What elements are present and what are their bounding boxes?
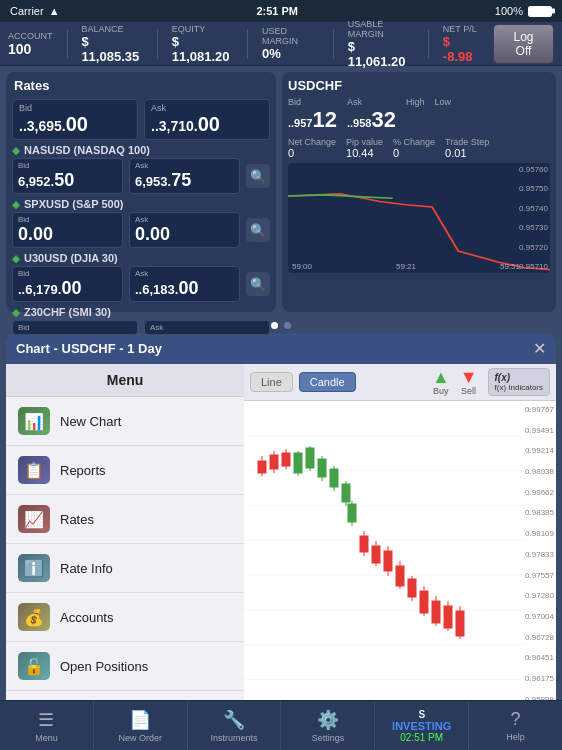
- chart-toolbar: Line Candle ▲ Buy ▼ Sell f(x) f(x) Indic…: [244, 364, 556, 401]
- search-icon-button[interactable]: 🔍: [246, 164, 270, 188]
- chart-panel-body: Menu 📊 New Chart 📋 Reports 📈 Rates ℹ️ Ra…: [6, 364, 556, 744]
- menu-item-icon: 🔓: [18, 652, 50, 680]
- usdchf-top: Bid ..95712 Ask ..95832 High Low: [288, 97, 550, 133]
- menu-item-label: Rates: [60, 512, 94, 527]
- chart-x-axis: 59:00 59:21 59:51: [292, 262, 520, 271]
- menu-item-rates[interactable]: 📈 Rates: [6, 495, 244, 544]
- menu-item-open-positions[interactable]: 🔓 Open Positions: [6, 642, 244, 691]
- svg-rect-17: [372, 546, 380, 563]
- bid-ask-row: Bid Ask: [12, 320, 270, 335]
- usdchf-high-col: High: [406, 97, 425, 133]
- bid-ask-row: Bid ..6,179.00 Ask ..6,183.00 🔍: [12, 266, 270, 302]
- menu-item-icon: 📊: [18, 407, 50, 435]
- instruments-button[interactable]: 🔧 Instruments: [188, 701, 282, 750]
- menu-item-label: Open Positions: [60, 659, 148, 674]
- main-area: Rates Bid ..3,695.00 Ask ..3,710.00 ◆ NA…: [0, 66, 562, 318]
- usdchf-bid-value: ..95712: [288, 107, 337, 133]
- svg-rect-35: [306, 448, 314, 468]
- instrument-name: ◆ U30USD (DJIA 30): [12, 252, 270, 264]
- usdchf-mini-chart: 0.95760 0.95750 0.95740 0.95730 0.95720 …: [288, 163, 550, 273]
- instrument-ask-box: Ask 0.00: [129, 212, 240, 248]
- ask-value: ..3,710.00: [151, 113, 263, 136]
- indicators-button[interactable]: f(x) f(x) Indicators: [488, 368, 550, 396]
- battery-icon: [528, 6, 552, 17]
- menu-item-icon: 💰: [18, 603, 50, 631]
- menu-items-list: 📊 New Chart 📋 Reports 📈 Rates ℹ️ Rate In…: [6, 397, 244, 744]
- investing-button[interactable]: S INVESTING 02:51 PM: [375, 701, 469, 750]
- sell-button[interactable]: ▼ Sell: [460, 368, 478, 396]
- investing-brand: S INVESTING 02:51 PM: [392, 709, 451, 743]
- svg-rect-15: [360, 536, 368, 552]
- search-icon-button[interactable]: 🔍: [246, 218, 270, 242]
- dot-2: [284, 322, 291, 329]
- tab-line[interactable]: Line: [250, 372, 293, 392]
- chart-area: Line Candle ▲ Buy ▼ Sell f(x) f(x) Indic…: [244, 364, 556, 744]
- instruments-label: Instruments: [211, 733, 258, 743]
- settings-button[interactable]: ⚙️ Settings: [281, 701, 375, 750]
- search-icon-button[interactable]: 🔍: [246, 272, 270, 296]
- usdchf-ask-value: ..95832: [347, 107, 396, 133]
- menu-item-new-chart[interactable]: 📊 New Chart: [6, 397, 244, 446]
- instrument-ask-box: Ask: [144, 320, 270, 335]
- tab-candle[interactable]: Candle: [299, 372, 356, 392]
- menu-item-label: Reports: [60, 463, 106, 478]
- instruments-list: ◆ NASUSD (NASDAQ 100) Bid 6,952.50 Ask 6…: [12, 144, 270, 335]
- menu-item-rate-info[interactable]: ℹ️ Rate Info: [6, 544, 244, 593]
- status-bar: Carrier ▲ 2:51 PM 100%: [0, 0, 562, 22]
- log-off-button[interactable]: Log Off: [493, 24, 554, 64]
- svg-rect-37: [318, 459, 326, 477]
- account-bar: Account 100 Balance $ 11,085.35 Equity $…: [0, 22, 562, 66]
- svg-rect-31: [456, 611, 464, 636]
- equity-value: $ 11,081.20: [172, 34, 233, 64]
- instrument-name: ◆ SPXUSD (S&P 500): [12, 198, 270, 210]
- chart-y-axis: 0.95760 0.95750 0.95740 0.95730 0.95720 …: [519, 163, 548, 273]
- usdchf-title: USDCHF: [288, 78, 550, 93]
- instrument-row: ◆ NASUSD (NASDAQ 100) Bid 6,952.50 Ask 6…: [12, 144, 270, 194]
- rates-panel: Rates Bid ..3,695.00 Ask ..3,710.00 ◆ NA…: [6, 72, 276, 312]
- status-time: 2:51 PM: [256, 5, 298, 17]
- status-bar-right: 100%: [495, 5, 552, 17]
- pct-change-col: % Change 0: [393, 137, 435, 159]
- menu-item-label: Rate Info: [60, 561, 113, 576]
- chart-close-button[interactable]: ✕: [533, 339, 546, 358]
- svg-rect-9: [258, 461, 266, 473]
- status-bar-left: Carrier ▲: [10, 5, 60, 17]
- menu-header: Menu: [6, 364, 244, 397]
- account-field: Account 100: [8, 31, 53, 57]
- svg-rect-43: [348, 504, 356, 522]
- buy-arrow-icon: ▲: [432, 368, 450, 386]
- menu-icon: ☰: [38, 709, 54, 731]
- new-order-icon: 📄: [129, 709, 151, 731]
- bottom-toolbar: ☰ Menu 📄 New Order 🔧 Instruments ⚙️ Sett…: [0, 700, 562, 750]
- menu-button[interactable]: ☰ Menu: [0, 701, 94, 750]
- ask-box: Ask ..3,710.00: [144, 99, 270, 140]
- net-pl-value: $ -8.98: [443, 34, 479, 64]
- menu-item-accounts[interactable]: 💰 Accounts: [6, 593, 244, 642]
- instrument-bid-box: Bid 6,952.50: [12, 158, 123, 194]
- settings-icon: ⚙️: [317, 709, 339, 731]
- menu-item-reports[interactable]: 📋 Reports: [6, 446, 244, 495]
- indicators-label: f(x) Indicators: [495, 383, 543, 392]
- diamond-icon: ◆: [12, 145, 20, 156]
- divider5: [428, 29, 429, 59]
- svg-rect-13: [282, 453, 290, 466]
- usdchf-chart-svg: [288, 163, 550, 273]
- balance-field: Balance $ 11,085.35: [81, 24, 142, 64]
- instrument-row: ◆ Z30CHF (SMI 30) Bid Ask: [12, 306, 270, 335]
- investing-logo: INVESTING: [392, 720, 451, 732]
- divider4: [333, 29, 334, 59]
- buy-button[interactable]: ▲ Buy: [432, 368, 450, 396]
- menu-panel: Menu 📊 New Chart 📋 Reports 📈 Rates ℹ️ Ra…: [6, 364, 244, 744]
- help-label: Help: [506, 732, 525, 742]
- new-order-button[interactable]: 📄 New Order: [94, 701, 188, 750]
- carrier-label: Carrier: [10, 5, 44, 17]
- dot-1: [271, 322, 278, 329]
- help-button[interactable]: ? Help: [469, 701, 562, 750]
- usable-margin-field: Usable Margin $ 11,061.20: [348, 19, 414, 69]
- svg-rect-23: [408, 579, 416, 597]
- usdchf-low-col: Low: [434, 97, 451, 133]
- used-margin-label: Used Margin: [262, 26, 319, 46]
- rates-title: Rates: [12, 78, 270, 93]
- instrument-bid-box: Bid ..6,179.00: [12, 266, 123, 302]
- chart-panel-header: Chart - USDCHF - 1 Day ✕: [6, 333, 556, 364]
